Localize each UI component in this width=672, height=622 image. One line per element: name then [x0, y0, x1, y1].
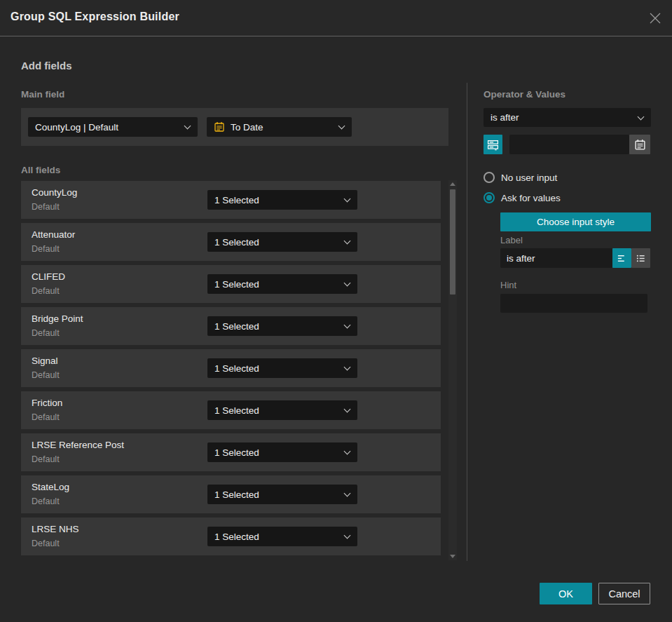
bulleted-list-icon	[636, 253, 646, 264]
chevron-down-icon	[344, 196, 351, 203]
cancel-button[interactable]: Cancel	[598, 583, 650, 604]
field-values-select[interactable]: 1 Selected	[207, 527, 357, 546]
field-subtitle: Default	[32, 286, 60, 296]
field-row: Signal Default 1 Selected	[21, 349, 441, 387]
hint-text: Hint	[500, 280, 516, 290]
panel-divider	[467, 83, 467, 561]
field-row: CLIFED Default 1 Selected	[21, 265, 441, 303]
operator-values-heading: Operator & Values	[484, 89, 565, 100]
unique-values-button[interactable]	[484, 135, 502, 154]
chevron-down-icon	[338, 123, 345, 130]
align-left-icon	[617, 253, 627, 264]
chevron-down-icon	[344, 364, 351, 371]
values-stack-icon	[487, 139, 499, 151]
close-button[interactable]	[647, 11, 663, 26]
field-values-select[interactable]: 1 Selected	[207, 274, 357, 294]
field-values-select-value: 1 Selected	[214, 363, 259, 374]
close-icon	[647, 11, 663, 26]
date-value-input[interactable]	[509, 135, 629, 154]
all-fields-label: All fields	[21, 165, 60, 175]
field-row: Bridge Point Default 1 Selected	[21, 307, 441, 345]
field-values-select-value: 1 Selected	[214, 321, 259, 332]
chevron-down-icon	[344, 448, 351, 455]
scroll-down-icon[interactable]	[450, 555, 455, 558]
group-sql-expression-builder-dialog: Group SQL Expression Builder Add fields …	[0, 0, 672, 622]
main-field-label: Main field	[21, 89, 64, 100]
chevron-down-icon	[344, 406, 351, 413]
field-values-select[interactable]: 1 Selected	[207, 232, 357, 252]
main-field-panel: CountyLog | Default To Date	[21, 108, 448, 146]
field-values-select-value: 1 Selected	[214, 405, 259, 416]
chevron-down-icon	[344, 322, 351, 329]
radio-no-user-input[interactable]: No user input	[484, 172, 557, 183]
chevron-down-icon	[344, 238, 351, 245]
radio-ask-for-values[interactable]: Ask for values	[484, 192, 561, 203]
scrollbar-thumb[interactable]	[450, 189, 455, 295]
chevron-down-icon	[344, 532, 351, 539]
field-name: Signal	[32, 356, 58, 366]
chevron-down-icon	[638, 113, 645, 120]
calendar-icon	[214, 121, 225, 133]
field-name: CLIFED	[32, 271, 65, 282]
date-type-select[interactable]: To Date	[207, 117, 352, 137]
ok-button[interactable]: OK	[540, 583, 592, 604]
single-line-style-button[interactable]	[612, 248, 631, 268]
date-type-select-value: To Date	[231, 122, 263, 133]
field-subtitle: Default	[32, 328, 60, 338]
field-subtitle: Default	[32, 370, 60, 380]
radio-icon	[484, 192, 495, 203]
main-field-select-value: CountyLog | Default	[35, 122, 118, 133]
scroll-up-icon[interactable]	[450, 182, 455, 186]
field-values-select-value: 1 Selected	[214, 447, 259, 458]
field-values-select[interactable]: 1 Selected	[207, 485, 357, 504]
field-name: Bridge Point	[32, 313, 83, 324]
chevron-down-icon	[344, 280, 351, 287]
field-values-select[interactable]: 1 Selected	[207, 316, 357, 336]
field-name: LRSE NHS	[32, 524, 79, 534]
field-row: Attenuator Default 1 Selected	[21, 223, 441, 261]
list-style-button[interactable]	[631, 248, 650, 268]
field-values-select-value: 1 Selected	[214, 279, 259, 290]
field-values-select[interactable]: 1 Selected	[207, 442, 357, 462]
field-row: LRSE Reference Post Default 1 Selected	[21, 433, 441, 471]
field-subtitle: Default	[32, 202, 60, 212]
operator-select[interactable]: is after	[484, 108, 651, 127]
field-values-select-value: 1 Selected	[214, 195, 259, 205]
field-list-scrollbar[interactable]	[448, 180, 457, 560]
add-fields-heading: Add fields	[21, 60, 72, 72]
radio-icon	[484, 172, 495, 183]
field-values-select-value: 1 Selected	[214, 489, 259, 500]
field-name: LRSE Reference Post	[32, 440, 124, 450]
field-values-select[interactable]: 1 Selected	[207, 358, 357, 378]
field-values-select-value: 1 Selected	[214, 237, 259, 248]
field-name: CountyLog	[32, 187, 77, 198]
label-input[interactable]	[500, 248, 612, 268]
field-subtitle: Default	[32, 496, 60, 506]
calendar-icon	[634, 139, 646, 151]
field-name: Friction	[32, 398, 62, 408]
choose-input-style-button[interactable]: Choose input style	[500, 212, 651, 231]
label-text: Label	[500, 235, 523, 245]
field-row: StateLog Default 1 Selected	[21, 475, 441, 513]
field-row: LRSE NHS Default 1 Selected	[21, 518, 441, 555]
field-values-select[interactable]: 1 Selected	[207, 400, 357, 420]
field-values-select-value: 1 Selected	[214, 532, 259, 542]
field-subtitle: Default	[32, 454, 60, 464]
calendar-picker-button[interactable]	[629, 135, 650, 154]
field-list: CountyLog Default 1 Selected Attenuator …	[21, 181, 441, 560]
field-row: CountyLog Default 1 Selected	[21, 181, 441, 219]
hint-input[interactable]	[500, 294, 647, 313]
chevron-down-icon	[184, 123, 191, 130]
field-subtitle: Default	[32, 244, 60, 254]
field-name: StateLog	[32, 482, 69, 492]
field-subtitle: Default	[32, 412, 60, 422]
radio-label: Ask for values	[501, 193, 561, 203]
dialog-header: Group SQL Expression Builder	[0, 0, 672, 36]
field-values-select[interactable]: 1 Selected	[207, 190, 357, 210]
field-name: Attenuator	[32, 229, 75, 240]
radio-label: No user input	[501, 173, 557, 183]
operator-select-value: is after	[491, 112, 519, 123]
main-field-select[interactable]: CountyLog | Default	[28, 117, 198, 137]
field-subtitle: Default	[32, 539, 60, 548]
dialog-title: Group SQL Expression Builder	[11, 11, 179, 23]
